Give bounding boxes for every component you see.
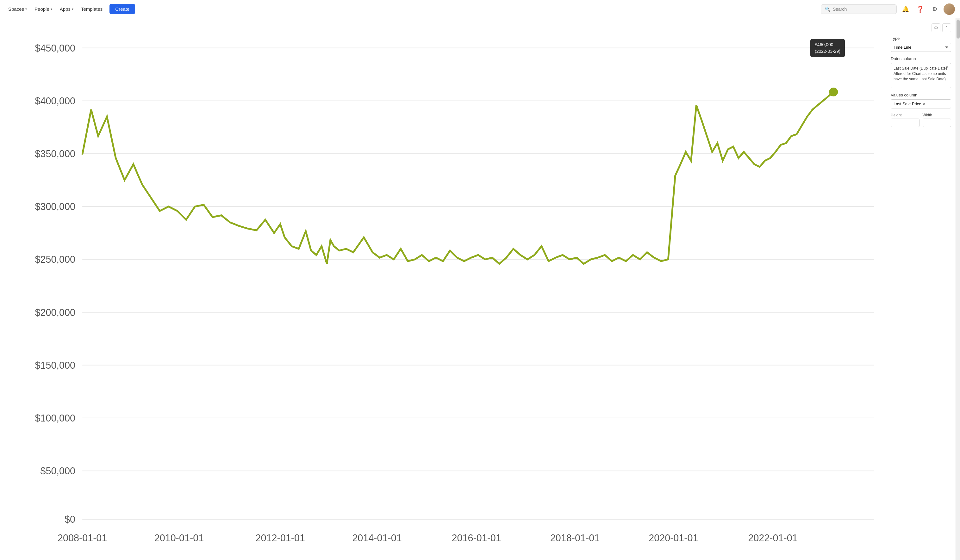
spaces-label: Spaces [8, 6, 24, 12]
values-col-tag: Last Sale Price ✕ [894, 102, 926, 106]
help-icon: ❓ [916, 5, 924, 13]
templates-menu[interactable]: Templates [78, 5, 106, 14]
help-button[interactable]: ❓ [914, 3, 926, 15]
chart-area: .grid-line { stroke: #e8e8e8; stroke-wid… [0, 18, 886, 560]
right-panel: ⚙ ˅ Type Time Line Dates column ✕ Last S… [886, 18, 955, 560]
people-label: People [35, 6, 50, 12]
apps-label: Apps [60, 6, 70, 12]
user-avatar[interactable] [944, 3, 955, 15]
dates-col-text: Last Sale Date (Duplicate Dates Altered … [894, 66, 948, 81]
size-row: Height Width [891, 113, 951, 127]
panel-header: ⚙ ˅ [891, 23, 951, 32]
line-chart: .grid-line { stroke: #e8e8e8; stroke-wid… [3, 21, 883, 560]
dates-col-section: Dates column ✕ Last Sale Date (Duplicate… [891, 56, 951, 88]
center-panel: .grid-line { stroke: #e8e8e8; stroke-wid… [0, 18, 886, 560]
svg-text:$350,000: $350,000 [35, 148, 75, 159]
search-input[interactable] [833, 6, 893, 12]
bell-icon: 🔔 [902, 6, 909, 13]
avatar-image [944, 3, 955, 15]
type-label: Type [891, 36, 951, 41]
height-label: Height [891, 113, 920, 117]
chart-dot [829, 88, 838, 96]
apps-chevron-icon: ▾ [72, 7, 74, 11]
people-chevron-icon: ▾ [51, 7, 52, 11]
svg-text:$450,000: $450,000 [35, 43, 75, 53]
svg-text:2020-01-01: 2020-01-01 [649, 533, 698, 543]
svg-text:$200,000: $200,000 [35, 307, 75, 318]
scrollbar-thumb[interactable] [957, 19, 960, 38]
chart-container: .grid-line { stroke: #e8e8e8; stroke-wid… [3, 21, 883, 560]
width-label: Width [923, 113, 952, 117]
svg-text:2018-01-01: 2018-01-01 [550, 533, 600, 543]
type-select[interactable]: Time Line [891, 43, 951, 52]
width-field: Width [923, 113, 952, 127]
panel-chevron-icon: ˅ [946, 25, 948, 30]
gear-icon: ⚙ [932, 6, 937, 13]
values-col-remove-icon[interactable]: ✕ [922, 102, 926, 106]
height-field: Height [891, 113, 920, 127]
templates-label: Templates [81, 6, 102, 12]
search-box[interactable]: 🔍 [821, 5, 897, 14]
apps-menu[interactable]: Apps ▾ [57, 5, 77, 14]
top-nav: Spaces ▾ People ▾ Apps ▾ Templates Creat… [0, 0, 960, 18]
svg-text:$0: $0 [64, 514, 75, 525]
svg-text:$150,000: $150,000 [35, 360, 75, 370]
dates-col-box: ✕ Last Sale Date (Duplicate Dates Altere… [891, 63, 951, 88]
panel-gear-icon: ⚙ [934, 25, 938, 30]
svg-text:$250,000: $250,000 [35, 254, 75, 265]
svg-text:2014-01-01: 2014-01-01 [352, 533, 402, 543]
search-icon: 🔍 [825, 6, 830, 12]
values-col-section: Values column Last Sale Price ✕ [891, 93, 951, 108]
panel-collapse-button[interactable]: ˅ [942, 23, 951, 32]
svg-text:$300,000: $300,000 [35, 201, 75, 212]
dates-col-label: Dates column [891, 56, 951, 61]
type-section: Type Time Line [891, 36, 951, 52]
settings-button[interactable]: ⚙ [929, 3, 941, 15]
scrollbar-track [955, 18, 960, 560]
svg-text:2010-01-01: 2010-01-01 [154, 533, 204, 543]
svg-text:2016-01-01: 2016-01-01 [451, 533, 501, 543]
main-content: .grid-line { stroke: #e8e8e8; stroke-wid… [0, 18, 960, 560]
svg-text:2022-01-01: 2022-01-01 [748, 533, 797, 543]
create-button[interactable]: Create [109, 4, 135, 14]
spaces-menu[interactable]: Spaces ▾ [5, 5, 30, 14]
svg-text:$50,000: $50,000 [40, 466, 75, 476]
svg-text:$100,000: $100,000 [35, 413, 75, 423]
notifications-button[interactable]: 🔔 [900, 3, 911, 15]
values-col-label: Values column [891, 93, 951, 97]
svg-text:$400,000: $400,000 [35, 96, 75, 106]
height-input[interactable] [891, 118, 920, 127]
svg-text:2012-01-01: 2012-01-01 [256, 533, 305, 543]
spaces-chevron-icon: ▾ [25, 7, 27, 11]
nav-right: 🔍 🔔 ❓ ⚙ [821, 3, 955, 15]
nav-left: Spaces ▾ People ▾ Apps ▾ Templates Creat… [5, 4, 135, 14]
dates-col-remove-icon[interactable]: ✕ [945, 64, 949, 71]
values-col-text: Last Sale Price [894, 102, 921, 106]
people-menu[interactable]: People ▾ [31, 5, 55, 14]
width-input[interactable] [923, 118, 952, 127]
panel-gear-button[interactable]: ⚙ [931, 23, 941, 32]
values-col-box: Last Sale Price ✕ [891, 99, 951, 108]
svg-text:2008-01-01: 2008-01-01 [58, 533, 107, 543]
